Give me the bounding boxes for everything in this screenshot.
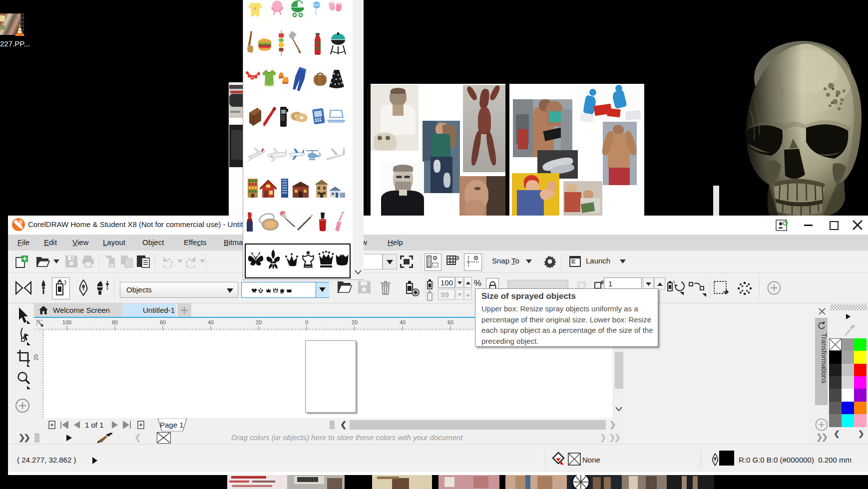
svg-text:60: 60	[447, 319, 453, 325]
svg-text:20: 20	[352, 319, 358, 325]
svg-text:40: 40	[208, 319, 214, 325]
svg-text:20: 20	[256, 319, 262, 325]
svg-text:60: 60	[160, 319, 166, 325]
svg-text:100: 100	[62, 319, 71, 325]
svg-text:40: 40	[400, 319, 406, 325]
svg-text:80: 80	[112, 319, 118, 325]
svg-text:0: 0	[305, 319, 308, 325]
